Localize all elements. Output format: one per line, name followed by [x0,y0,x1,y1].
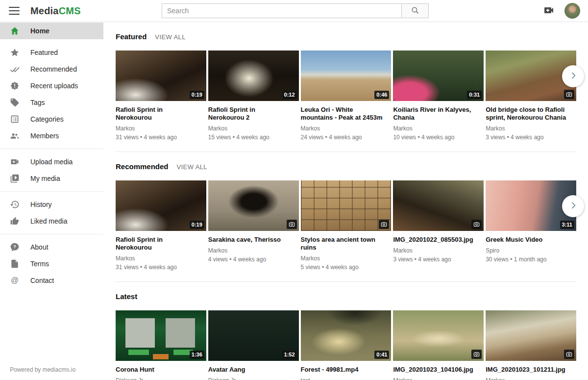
main-content: Featured VIEW ALL 0:19 Rafioli Sprint in… [103,23,588,380]
media-title[interactable]: Leuka Ori - White mountains - Peak at 24… [301,106,386,122]
media-title[interactable]: Sarakina cave, Therisso [208,236,293,244]
duration-badge: 3:11 [560,221,574,229]
media-author[interactable]: Markos [301,125,392,132]
sidebar-group: History Liked media [0,191,103,229]
user-avatar[interactable] [564,3,580,19]
media-author[interactable]: Markos [116,255,206,262]
media-title[interactable]: Corona Hunt [116,366,200,374]
media-thumbnail[interactable] [393,310,484,361]
media-author[interactable]: Markos [208,247,299,254]
media-thumbnail[interactable]: 0:12 [208,51,299,101]
photo-badge [379,220,389,229]
media-card[interactable]: IMG_20201023_101211.jpg Markos 4 views •… [486,310,576,380]
sidebar-item-tags[interactable]: Tags [0,94,103,111]
sidebar-item-recommended[interactable]: Recommended [0,61,103,77]
media-card[interactable]: 0:31 Koiliaris River in Kalyves, Chania … [393,51,484,152]
duration-badge: 1:52 [282,351,297,359]
media-card[interactable]: Sarakina cave, Therisso Markos 4 views •… [208,180,299,281]
sidebar-item-upload-media[interactable]: Upload media [0,153,103,170]
categories-icon [10,114,20,124]
sidebar-item-categories[interactable]: Categories [0,111,103,127]
search-input[interactable] [162,3,402,18]
media-author[interactable]: Markos [393,247,484,254]
media-title[interactable]: Rafioli Sprint in Nerokourou [116,236,200,252]
sidebar-item-my-media[interactable]: My media [0,170,103,187]
media-thumbnail[interactable]: 1:52 [208,310,299,361]
duration-badge: 0:46 [374,91,389,99]
sidebar-item-history[interactable]: History [0,196,103,213]
media-card[interactable]: 0:19 Rafioli Sprint in Nerokourou Markos… [116,51,206,152]
media-meta: 24 views • 4 weeks ago [301,134,392,141]
media-author[interactable]: Markos [393,125,484,132]
media-card[interactable]: 1:52 Avatar Aang Dickson Jr. 12 views • … [208,310,299,380]
media-thumbnail[interactable]: 0:46 [301,51,392,101]
media-title[interactable]: Forest - 49981.mp4 [301,366,386,374]
media-meta: 31 views • 4 weeks ago [116,134,206,141]
view-all-link[interactable]: VIEW ALL [155,33,185,41]
media-author[interactable]: Markos [301,255,392,262]
media-card[interactable]: IMG_20201022_085503.jpg Markos 3 views •… [393,180,484,281]
media-author[interactable]: Markos [486,125,576,132]
carousel-next-button[interactable] [562,195,584,217]
media-card[interactable]: 1:36 Corona Hunt Dickson Jr. 6 views • 4… [116,310,206,380]
sidebar-item-home[interactable]: Home [0,23,103,39]
sidebar-item-contact[interactable]: @ Contact [0,272,103,289]
media-title[interactable]: Old bridge close to Rafioli sprint, Nero… [486,106,570,122]
media-card[interactable]: 3:11 Greek Music Video Spiro 30 views • … [486,180,576,281]
sidebar-item-about[interactable]: ? About [0,239,103,255]
media-card[interactable]: 0:41 Forest - 49981.mp4 test 17 views • … [301,310,392,380]
media-author[interactable]: Markos [116,125,206,132]
camera-icon [566,91,572,98]
media-thumbnail[interactable] [301,180,392,231]
new-releases-icon [10,81,20,91]
sidebar-item-recent-uploads[interactable]: Recent uploads [0,77,103,94]
media-title[interactable]: Stylos area ancient town ruins [301,236,386,252]
media-title[interactable]: IMG_20201023_101211.jpg [486,366,570,374]
media-author[interactable]: test [301,377,392,380]
media-title[interactable]: IMG_20201022_085503.jpg [393,236,478,244]
logo[interactable]: MediaCMS [30,5,81,17]
media-card[interactable]: 0:19 Rafioli Sprint in Nerokourou Markos… [116,180,206,281]
search-button[interactable] [402,3,429,18]
media-thumbnail[interactable] [208,180,299,231]
powered-by-text: Powered by mediacms.io [0,366,103,380]
media-author[interactable]: Dickson Jr. [116,377,206,380]
upload-media-button[interactable] [543,4,555,18]
media-title[interactable]: Rafioli Sprint in Nerokourou [116,106,200,122]
media-thumbnail[interactable] [486,310,576,361]
media-author[interactable]: Markos [486,377,576,380]
media-thumbnail[interactable]: 0:31 [393,51,484,101]
media-title[interactable]: Rafioli Sprint in Nerokourou 2 [208,106,293,122]
media-card[interactable]: 0:46 Leuka Ori - White mountains - Peak … [301,51,392,152]
sidebar-item-label: Tags [30,99,45,106]
sidebar-item-liked-media[interactable]: Liked media [0,213,103,229]
media-title[interactable]: Greek Music Video [486,236,570,244]
media-author[interactable]: Markos [393,377,484,380]
media-thumbnail[interactable]: 0:19 [116,51,206,101]
media-thumbnail[interactable] [393,180,484,231]
home-icon [10,26,20,36]
sidebar-item-label: About [30,243,49,251]
media-thumbnail[interactable]: 0:19 [116,180,206,231]
media-author[interactable]: Dickson Jr. [208,377,299,380]
media-thumbnail[interactable]: 1:36 [116,310,206,361]
media-card[interactable]: Old bridge close to Rafioli sprint, Nero… [486,51,576,152]
view-all-link[interactable]: VIEW ALL [177,163,207,171]
media-card[interactable]: Stylos area ancient town ruins Markos 5 … [301,180,392,281]
media-title[interactable]: Avatar Aang [208,366,293,374]
media-card[interactable]: 0:12 Rafioli Sprint in Nerokourou 2 Mark… [208,51,299,152]
sidebar-item-members[interactable]: Members [0,127,103,144]
at-sign-icon: @ [10,276,20,285]
media-thumbnail[interactable]: 0:41 [301,310,392,361]
sidebar-item-label: Liked media [30,217,68,225]
media-author[interactable]: Spiro [486,247,576,254]
media-title[interactable]: Koiliaris River in Kalyves, Chania [393,106,478,122]
media-title[interactable]: IMG_20201023_104106.jpg [393,366,478,374]
media-author[interactable]: Markos [208,125,299,132]
media-card[interactable]: IMG_20201023_104106.jpg Markos 4 views •… [393,310,484,380]
carousel-next-button[interactable] [562,65,584,87]
duration-badge: 0:12 [282,91,297,99]
sidebar-item-terms[interactable]: Terms [0,255,103,272]
sidebar-item-featured[interactable]: Featured [0,44,103,61]
hamburger-menu-icon[interactable] [9,7,20,15]
